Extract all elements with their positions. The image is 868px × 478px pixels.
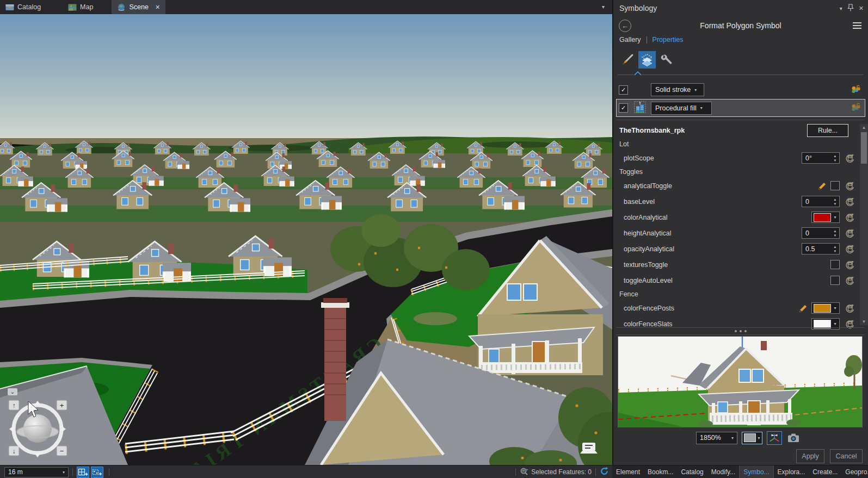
toggleAutoLevel-checkbox[interactable] bbox=[830, 276, 840, 285]
panel-splitter[interactable] bbox=[617, 327, 865, 335]
caret-down-icon: ▾ bbox=[700, 105, 703, 110]
preview-zoom-combo[interactable]: 1850% ▾ bbox=[696, 432, 737, 444]
attribute-mapping-icon[interactable] bbox=[845, 181, 855, 191]
tab-symbol-brush-icon[interactable] bbox=[619, 51, 636, 69]
tab-map[interactable]: Map bbox=[63, 0, 99, 14]
dock-tab-explore[interactable]: Explora... bbox=[774, 465, 809, 478]
colorAnalytical-color-dropdown[interactable]: ▾ bbox=[811, 212, 840, 223]
symbol-edit-tabs bbox=[619, 51, 675, 69]
pane-hide-icon[interactable]: ▾ bbox=[840, 5, 842, 11]
param-row-toggleAutoLevel: toggleAutoLevel bbox=[613, 272, 858, 288]
scroll-down-icon: ▼ bbox=[860, 318, 868, 325]
dock-tab-symbology[interactable]: Symbo... bbox=[739, 465, 773, 478]
grid-snapping-button[interactable] bbox=[77, 467, 89, 478]
preview-3d-view-button[interactable] bbox=[767, 431, 782, 445]
caret-down-icon: ▾ bbox=[63, 470, 65, 475]
spin-up-icon[interactable]: ▲ bbox=[833, 154, 836, 158]
dock-tab-geoprocessing[interactable]: Geopro... bbox=[841, 465, 868, 478]
close-tab-icon[interactable]: ✕ bbox=[155, 4, 160, 11]
attribute-mapping-icon[interactable] bbox=[845, 276, 855, 285]
baseLevel-input[interactable]: 0 ▲▼ bbox=[802, 196, 840, 207]
scene-tab-icon bbox=[117, 3, 126, 11]
menu-icon[interactable] bbox=[853, 22, 861, 29]
param-row-analyticalToggle: analyticalToggle bbox=[613, 178, 858, 194]
fill-type-dropdown[interactable]: Procedural fill ▾ bbox=[651, 102, 712, 115]
attribute-mapping-icon[interactable] bbox=[845, 260, 855, 270]
spin-down-icon[interactable]: ▼ bbox=[833, 158, 836, 162]
dock-tab-catalog[interactable]: Catalog bbox=[677, 465, 707, 478]
plotScope-input[interactable]: 0° ▲▼ bbox=[802, 152, 840, 164]
preview-zoom-value: 1850% bbox=[700, 434, 721, 442]
tab-label: Catalog bbox=[17, 3, 41, 11]
map-scale-value: 16 m bbox=[8, 468, 23, 476]
pane-nav-tabs: Gallery Properties bbox=[619, 36, 684, 44]
dock-tab-bookmarks[interactable]: Bookm... bbox=[644, 465, 677, 478]
attribute-mapping-icon[interactable] bbox=[845, 153, 855, 163]
scroll-up-icon: ▲ bbox=[860, 124, 868, 131]
parameters-scrollbar[interactable]: ▲ ▼ bbox=[860, 124, 868, 325]
active-tab-caret bbox=[634, 71, 642, 76]
param-label: colorFencePosts bbox=[624, 305, 798, 312]
page-title: Format Polygon Symbol bbox=[613, 21, 868, 30]
tab-symbol-layers-icon[interactable] bbox=[638, 51, 656, 69]
close-pane-icon[interactable]: ✕ bbox=[859, 5, 864, 12]
analyticalToggle-checkbox[interactable] bbox=[830, 181, 840, 190]
symbol-layer-row-stroke[interactable]: ✓ Solid stroke ▾ bbox=[617, 82, 865, 98]
texturesToggle-checkbox[interactable] bbox=[830, 260, 840, 269]
param-label: plotScope bbox=[624, 154, 802, 162]
tab-symbol-structure-icon[interactable] bbox=[658, 51, 675, 69]
pencil-icon bbox=[798, 303, 808, 313]
symbol-layer-row-fill[interactable]: ✓ Procedural fill ▾ bbox=[617, 100, 865, 116]
layer-type-label: Procedural fill bbox=[655, 104, 697, 112]
pane-dock-tab-bar: Element Bookm... Catalog Modify... Symbo… bbox=[612, 465, 868, 478]
map-tab-icon bbox=[68, 3, 77, 11]
layer-visibility-checkbox[interactable]: ✓ bbox=[619, 85, 628, 95]
feature-snapping-button[interactable] bbox=[91, 467, 103, 478]
dock-tab-modify[interactable]: Modify... bbox=[707, 465, 739, 478]
colorFencePosts-color-dropdown[interactable]: ▾ bbox=[811, 302, 840, 314]
scene-sky bbox=[0, 14, 612, 160]
param-row-colorFencePosts: colorFencePosts ▾ bbox=[613, 300, 858, 316]
symbology-pane: Symbology ▾ ✕ ← Format Polygon Symbol Ga… bbox=[612, 0, 868, 465]
apply-button[interactable]: Apply bbox=[796, 449, 824, 463]
dock-tab-element[interactable]: Element bbox=[612, 465, 644, 478]
up-arrow-icon: ↑ bbox=[13, 402, 16, 409]
cancel-button[interactable]: Cancel bbox=[830, 449, 863, 463]
color-lock-icon[interactable] bbox=[851, 103, 860, 113]
attribute-mapping-icon[interactable] bbox=[845, 228, 855, 238]
tab-gallery[interactable]: Gallery bbox=[619, 36, 641, 44]
opacityAnalytical-input[interactable]: 0.5 ▲▼ bbox=[802, 243, 840, 254]
pencil-icon bbox=[817, 181, 827, 190]
preview-camera-button[interactable] bbox=[787, 432, 800, 444]
param-label: opacityAnalytical bbox=[624, 245, 802, 253]
attribute-mapping-icon[interactable] bbox=[845, 303, 855, 313]
dock-tab-create[interactable]: Create... bbox=[809, 465, 841, 478]
rule-button[interactable]: Rule... bbox=[807, 124, 848, 137]
caret-down-icon: ▾ bbox=[694, 88, 697, 92]
color-lock-open-icon[interactable] bbox=[851, 85, 860, 95]
tab-overflow-caret-icon[interactable]: ▾ bbox=[602, 4, 605, 10]
tab-scene[interactable]: Scene ✕ bbox=[112, 0, 165, 14]
tab-catalog[interactable]: Catalog bbox=[0, 0, 46, 14]
laptop-icon[interactable] bbox=[580, 443, 598, 454]
param-row-colorAnalytical: colorAnalytical ▾ bbox=[613, 209, 858, 225]
symbol-preview[interactable] bbox=[618, 336, 863, 427]
refresh-icon[interactable] bbox=[600, 467, 609, 477]
attribute-mapping-icon[interactable] bbox=[845, 197, 855, 207]
preview-background-dropdown[interactable]: ▾ bbox=[742, 432, 762, 444]
map-scale-combo[interactable]: 16 m ▾ bbox=[4, 467, 69, 477]
tab-label: Map bbox=[80, 3, 93, 11]
layer-visibility-checkbox[interactable]: ✓ bbox=[619, 103, 628, 113]
attribute-mapping-icon[interactable] bbox=[845, 213, 855, 222]
scene-render: CRAFTSMAN TRIAL bbox=[0, 14, 612, 465]
tab-properties[interactable]: Properties bbox=[652, 36, 684, 44]
attribute-mapping-icon[interactable] bbox=[845, 244, 855, 254]
scene-viewport[interactable]: CRAFTSMAN TRIAL bbox=[0, 14, 612, 465]
heightAnalytical-input[interactable]: 0 ▲▼ bbox=[802, 227, 840, 239]
param-row-baseLevel: baseLevel 0 ▲▼ bbox=[613, 194, 858, 209]
scroll-thumb bbox=[861, 132, 867, 164]
pin-icon[interactable] bbox=[847, 4, 854, 13]
rule-parameters: Lot plotScope 0° ▲▼ Toggles analyticalTo… bbox=[613, 138, 858, 332]
stroke-type-dropdown[interactable]: Solid stroke ▾ bbox=[651, 83, 704, 96]
preview-controls: 1850% ▾ ▾ bbox=[613, 431, 868, 445]
